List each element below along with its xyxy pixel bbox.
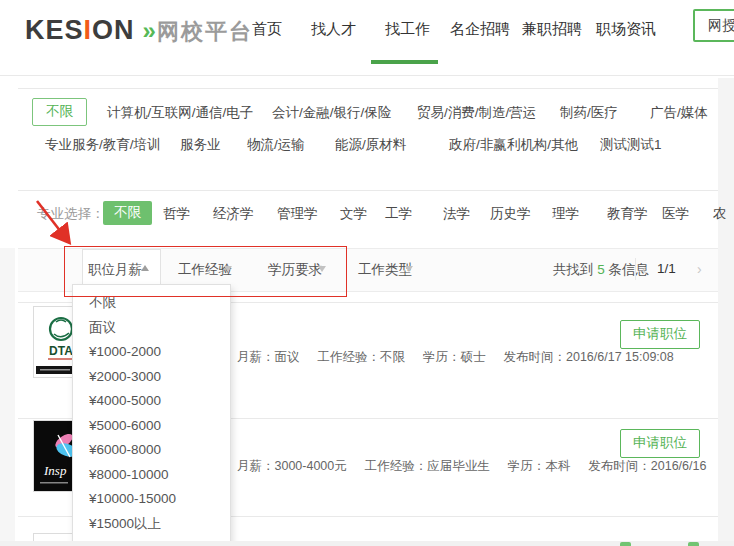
bottom-green-nub [688, 542, 699, 546]
svg-text:Insp: Insp [43, 463, 67, 478]
category-item[interactable]: 会计/金融/银行/保险 [272, 104, 391, 122]
nav-item-part-time[interactable]: 兼职招聘 [522, 20, 582, 39]
category-item[interactable]: 服务业 [180, 136, 221, 154]
logo-chevrons-icon: » [143, 17, 157, 44]
bottom-green-nub [620, 542, 631, 546]
salary-option[interactable]: ¥1000-2000 [73, 340, 230, 365]
category-item[interactable]: 能源/原材料 [335, 136, 406, 154]
nav-item-find-talent[interactable]: 找人才 [311, 20, 356, 39]
nav-item-career-news[interactable]: 职场资讯 [596, 20, 656, 39]
salary-option[interactable]: ¥2000-3000 [73, 365, 230, 390]
major-item[interactable]: 工学 [385, 205, 412, 223]
chevron-down-icon [405, 266, 413, 272]
logo-kesion-post: ON [92, 15, 135, 45]
category-item[interactable]: 测试测试1 [600, 136, 662, 154]
page: KESION»网校平台 首页 找人才 找工作 名企招聘 兼职招聘 职场资讯 网授… [0, 0, 734, 546]
pagination-current: 1/1 [657, 261, 676, 276]
category-item[interactable]: 政府/非赢利机构/其他 [449, 136, 578, 154]
major-item[interactable]: 教育学 [607, 205, 648, 223]
nav-item-home[interactable]: 首页 [252, 20, 282, 39]
major-item[interactable]: 文学 [340, 205, 367, 223]
major-item-unlimited[interactable]: 不限 [103, 201, 152, 225]
job-meta: 月薪：面议 工作经验：不限 学历：硕士 发布时间：2016/6/17 15:09… [237, 349, 674, 366]
job-meta: 月薪：3000-4000元 工作经验：应届毕业生 学历：本科 发布时间：2016… [237, 458, 706, 475]
annotation-arrow [28, 194, 82, 252]
major-item[interactable]: 管理学 [277, 205, 318, 223]
job-experience: 工作经验：应届毕业生 [365, 458, 490, 475]
salary-option[interactable]: 面议 [73, 316, 230, 341]
nav-item-find-job[interactable]: 找工作 [385, 20, 430, 39]
salary-option[interactable]: 不限 [73, 291, 230, 316]
logo-kesion-i: I [84, 15, 93, 45]
apply-button[interactable]: 申请职位 [620, 320, 700, 349]
wangshou-button[interactable]: 网授 [693, 9, 734, 42]
right-gutter [718, 78, 734, 546]
salary-option[interactable]: ¥4000-5000 [73, 389, 230, 414]
salary-option[interactable]: ¥5000-6000 [73, 414, 230, 439]
salary-dropdown-menu: 不限 面议 ¥1000-2000 ¥2000-3000 ¥4000-5000 ¥… [72, 284, 231, 543]
major-filter-label: 专业选择： [37, 205, 105, 223]
category-item[interactable]: 贸易/消费/制造/营运 [417, 104, 536, 122]
nav-item-famous-companies[interactable]: 名企招聘 [450, 20, 510, 39]
logo-cn-text: 网校平台 [157, 19, 253, 44]
major-item[interactable]: 哲学 [163, 205, 190, 223]
sort-job-type[interactable]: 工作类型 [358, 261, 412, 279]
category-section-divider [18, 88, 718, 89]
major-item[interactable]: 经济学 [213, 205, 254, 223]
major-section-divider [18, 190, 718, 191]
chevron-down-icon [224, 266, 232, 272]
salary-option[interactable]: ¥10000-15000 [73, 487, 230, 512]
sort-salary-label[interactable]: 职位月薪 [88, 261, 142, 279]
logo-kesion-pre: KES [25, 15, 84, 45]
job-education: 学历：本科 [508, 458, 571, 475]
left-gutter [0, 248, 15, 546]
major-item[interactable]: 历史学 [490, 205, 531, 223]
job-education: 学历：硕士 [423, 349, 486, 366]
major-item[interactable]: 农 [713, 205, 727, 223]
sort-education[interactable]: 学历要求 [268, 261, 322, 279]
job-salary: 月薪：3000-4000元 [237, 458, 347, 475]
major-item[interactable]: 医学 [662, 205, 689, 223]
job-publish-time: 发布时间：2016/6/17 15:09:08 [504, 349, 674, 366]
active-tab-underline [371, 60, 438, 64]
salary-option[interactable]: ¥6000-8000 [73, 438, 230, 463]
apply-button[interactable]: 申请职位 [620, 429, 700, 458]
category-item-unlimited[interactable]: 不限 [32, 98, 87, 126]
chevron-down-icon [318, 266, 326, 272]
category-item[interactable]: 物流/运输 [247, 136, 305, 154]
category-item[interactable]: 制药/医疗 [560, 104, 618, 122]
category-item[interactable]: 广告/媒体 [650, 104, 708, 122]
svg-text:DTA: DTA [49, 344, 73, 358]
result-count-number: 5 [597, 262, 605, 277]
pagination-prev-button[interactable]: ‹ [642, 261, 647, 277]
header-divider [0, 75, 734, 76]
job-experience: 工作经验：不限 [318, 349, 406, 366]
job-salary: 月薪：面议 [237, 349, 300, 366]
major-item[interactable]: 法学 [443, 205, 470, 223]
salary-option[interactable]: ¥8000-10000 [73, 463, 230, 488]
category-item[interactable]: 计算机/互联网/通信/电子 [107, 104, 253, 122]
salary-option[interactable]: ¥15000以上 [73, 512, 230, 537]
major-item[interactable]: 理学 [552, 205, 579, 223]
site-logo[interactable]: KESION»网校平台 [25, 15, 253, 47]
pagination-next-button[interactable]: › [697, 261, 702, 277]
pagination-separator [635, 258, 636, 280]
job-publish-time: 发布时间：2016/6/16 [588, 458, 706, 475]
triangle-up-icon [141, 265, 149, 271]
category-item[interactable]: 专业服务/教育/培训 [45, 136, 161, 154]
